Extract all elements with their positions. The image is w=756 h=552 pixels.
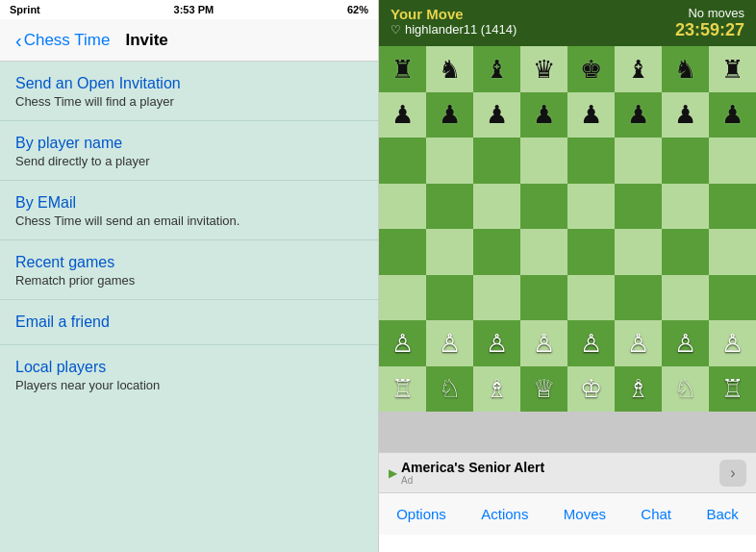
options-button[interactable]: Options	[389, 506, 454, 522]
menu-item-title-local-players: Local players	[15, 359, 363, 376]
chess-square-1-1[interactable]: ♟	[426, 92, 473, 138]
game-timer: 23:59:27	[675, 20, 744, 40]
nav-title: Invite	[125, 31, 167, 50]
chess-square-6-1[interactable]: ♙	[426, 320, 473, 366]
chess-square-3-7[interactable]	[709, 184, 756, 230]
chess-square-5-3[interactable]	[520, 275, 567, 321]
chess-square-3-0[interactable]	[379, 184, 426, 230]
menu-item-open-invitation[interactable]: Send an Open InvitationChess Time will f…	[0, 62, 378, 121]
chess-square-4-2[interactable]	[473, 229, 520, 275]
menu-item-subtitle-recent-games: Rematch prior games	[15, 273, 363, 288]
chess-square-6-5[interactable]: ♙	[615, 320, 662, 366]
back-button[interactable]: ‹ Chess Time	[15, 31, 110, 50]
chess-square-5-0[interactable]	[379, 275, 426, 321]
chat-button[interactable]: Chat	[633, 506, 679, 522]
moves-button[interactable]: Moves	[556, 506, 614, 522]
chess-square-5-7[interactable]	[709, 275, 756, 321]
menu-item-by-email[interactable]: By EMailChess Time will send an email in…	[0, 181, 378, 240]
ad-gray-bar	[379, 412, 756, 452]
chess-board[interactable]: ♜♞♝♛♚♝♞♜♟♟♟♟♟♟♟♟♙♙♙♙♙♙♙♙♖♘♗♕♔♗♘♖	[379, 46, 756, 412]
chess-square-1-4[interactable]: ♟	[567, 92, 615, 138]
chess-square-7-3[interactable]: ♕	[520, 366, 567, 413]
chess-square-3-4[interactable]	[567, 184, 615, 230]
chess-square-4-3[interactable]	[520, 229, 567, 275]
chess-square-0-3[interactable]: ♛	[520, 46, 567, 92]
chess-square-3-3[interactable]	[520, 184, 567, 230]
ad-banner[interactable]: ▶ America's Senior Alert Ad ›	[379, 452, 756, 492]
chess-square-2-4[interactable]	[567, 138, 615, 184]
chess-square-7-7[interactable]: ♖	[709, 366, 756, 413]
chess-square-4-6[interactable]	[662, 229, 709, 275]
chess-square-6-2[interactable]: ♙	[473, 320, 520, 366]
chess-square-4-7[interactable]	[709, 229, 756, 275]
chess-square-5-4[interactable]	[567, 275, 615, 321]
chess-square-3-6[interactable]	[662, 184, 709, 230]
game-header: Your Move ♡ highlander11 (1414) No moves…	[379, 0, 756, 46]
chess-square-3-1[interactable]	[426, 184, 473, 230]
player-name: highlander11 (1414)	[405, 22, 517, 37]
chess-square-1-7[interactable]: ♟	[709, 92, 756, 138]
ad-text-block: America's Senior Alert Ad	[401, 460, 544, 486]
chess-square-2-1[interactable]	[426, 138, 473, 184]
ad-title: America's Senior Alert	[401, 460, 544, 475]
ad-arrow-icon: ▶	[389, 466, 397, 480]
chess-square-6-0[interactable]: ♙	[379, 320, 426, 366]
chess-square-2-3[interactable]	[520, 138, 567, 184]
nav-bar: ‹ Chess Time Invite	[0, 19, 378, 62]
chess-square-1-5[interactable]: ♟	[615, 92, 662, 138]
chess-square-7-5[interactable]: ♗	[615, 366, 662, 413]
chess-square-6-7[interactable]: ♙	[709, 320, 756, 366]
chess-square-2-6[interactable]	[662, 138, 709, 184]
chess-square-0-1[interactable]: ♞	[426, 46, 473, 92]
chess-square-4-0[interactable]	[379, 229, 426, 275]
ad-banner-left: ▶ America's Senior Alert Ad	[389, 460, 544, 486]
chess-square-5-1[interactable]	[426, 275, 473, 321]
chess-square-4-5[interactable]	[615, 229, 662, 275]
menu-item-recent-games[interactable]: Recent gamesRematch prior games	[0, 240, 378, 300]
chess-square-0-7[interactable]: ♜	[709, 46, 756, 92]
chess-square-4-4[interactable]	[567, 229, 615, 275]
heart-icon: ♡	[391, 23, 401, 37]
back-game-button[interactable]: Back	[698, 506, 745, 522]
game-header-left: Your Move ♡ highlander11 (1414)	[391, 6, 517, 37]
chess-square-7-6[interactable]: ♘	[662, 366, 709, 413]
menu-item-title-recent-games: Recent games	[15, 254, 363, 271]
menu-item-title-email-friend: Email a friend	[15, 314, 363, 331]
chess-square-0-2[interactable]: ♝	[473, 46, 520, 92]
actions-button[interactable]: Actions	[473, 506, 536, 522]
chess-square-7-4[interactable]: ♔	[567, 366, 615, 413]
chess-square-1-2[interactable]: ♟	[473, 92, 520, 138]
game-toolbar: Options Actions Moves Chat Back	[379, 492, 756, 535]
chess-square-5-2[interactable]	[473, 275, 520, 321]
menu-item-subtitle-open-invitation: Chess Time will find a player	[15, 94, 363, 109]
chess-square-5-5[interactable]	[615, 275, 662, 321]
chess-square-6-3[interactable]: ♙	[520, 320, 567, 366]
chess-square-0-5[interactable]: ♝	[615, 46, 662, 92]
chess-square-6-4[interactable]: ♙	[567, 320, 615, 366]
menu-item-local-players[interactable]: Local playersPlayers near your location	[0, 345, 378, 404]
chess-square-7-0[interactable]: ♖	[379, 366, 426, 413]
menu-item-subtitle-by-player-name: Send directly to a player	[15, 154, 363, 168]
menu-item-email-friend[interactable]: Email a friend	[0, 300, 378, 345]
chess-square-2-7[interactable]	[709, 138, 756, 184]
chess-square-0-0[interactable]: ♜	[379, 46, 426, 92]
chess-square-5-6[interactable]	[662, 275, 709, 321]
chess-square-6-6[interactable]: ♙	[662, 320, 709, 366]
chess-square-4-1[interactable]	[426, 229, 473, 275]
chess-square-1-6[interactable]: ♟	[662, 92, 709, 138]
chess-square-7-2[interactable]: ♗	[473, 366, 520, 413]
chess-square-0-4[interactable]: ♚	[567, 46, 615, 92]
chess-square-3-5[interactable]	[615, 184, 662, 230]
ad-chevron-icon[interactable]: ›	[719, 460, 746, 487]
chess-square-0-6[interactable]: ♞	[662, 46, 709, 92]
chess-square-2-5[interactable]	[615, 138, 662, 184]
chess-square-2-0[interactable]	[379, 138, 426, 184]
chess-square-1-3[interactable]: ♟	[520, 92, 567, 138]
game-header-right: No moves 23:59:27	[675, 6, 744, 40]
menu-item-title-by-email: By EMail	[15, 194, 363, 212]
menu-item-by-player-name[interactable]: By player nameSend directly to a player	[0, 121, 378, 181]
chess-square-3-2[interactable]	[473, 184, 520, 230]
chess-square-1-0[interactable]: ♟	[379, 92, 426, 138]
chess-square-2-2[interactable]	[473, 138, 520, 184]
chess-square-7-1[interactable]: ♘	[426, 366, 473, 413]
